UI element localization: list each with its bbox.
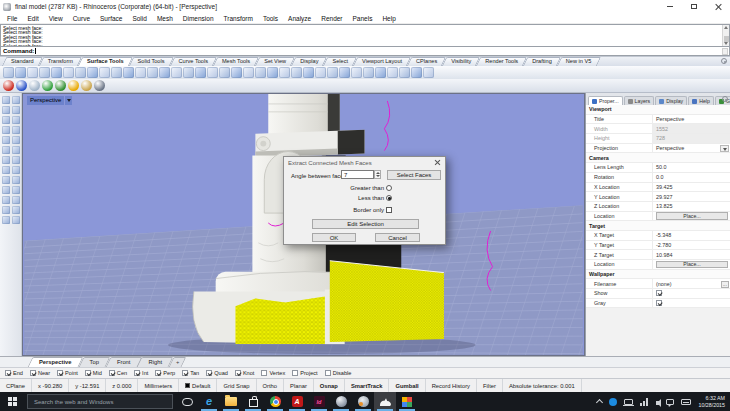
osnap-checkbox-int[interactable] (134, 370, 140, 376)
status-filter[interactable]: Filter (477, 379, 503, 392)
match-surface-edge-icon[interactable] (315, 67, 326, 78)
status-osnap[interactable]: Osnap (314, 379, 345, 392)
property-value-y-location[interactable]: 29.927 (652, 192, 730, 201)
toolbar-tab-standard[interactable]: Standard (4, 57, 41, 66)
status-millimeters[interactable]: Millimeters (138, 379, 179, 392)
viewport-tab-perspective[interactable]: Perspective (30, 357, 81, 367)
checkbox-gray[interactable] (656, 300, 662, 306)
toolbar-gear-icon[interactable] (721, 58, 727, 64)
move-icon[interactable] (12, 206, 20, 214)
variable-offset-surface-icon[interactable] (351, 67, 362, 78)
osnap-checkbox-end[interactable] (5, 370, 11, 376)
circle-icon[interactable] (2, 126, 10, 134)
join-icon[interactable] (12, 186, 20, 194)
smash-icon[interactable] (207, 67, 218, 78)
task-view-button[interactable] (176, 392, 198, 411)
property-value-lens-length[interactable]: 50.0 (652, 163, 730, 172)
panel-gear-icon[interactable] (722, 96, 728, 102)
detach-trim-icon[interactable] (387, 67, 398, 78)
command-line-spinner[interactable] (722, 48, 728, 55)
colorful-app-icon[interactable] (396, 392, 418, 411)
arc-icon[interactable] (12, 126, 20, 134)
volume-tray-icon[interactable] (656, 401, 659, 405)
refit-surface-icon[interactable] (243, 67, 254, 78)
osnap-quad[interactable]: Quad (206, 370, 228, 376)
select-pointer-icon[interactable] (2, 96, 10, 104)
toolbar-tab-display[interactable]: Display (293, 57, 325, 66)
menu-item-solid[interactable]: Solid (127, 13, 151, 24)
property-value-title[interactable]: Perspective (652, 115, 730, 124)
less-than-option[interactable]: Less than (314, 195, 392, 201)
osnap-checkbox-project[interactable] (292, 370, 298, 376)
toolbar-tab-render-tools[interactable]: Render Tools (478, 57, 525, 66)
osnap-checkbox-disable[interactable] (325, 370, 331, 376)
angle-input[interactable]: 7 (341, 170, 374, 179)
osnap-checkbox-knot[interactable] (235, 370, 241, 376)
acrobat-icon[interactable]: A (286, 392, 308, 411)
osnap-project[interactable]: Project (292, 370, 317, 376)
touch-keyboard-icon[interactable] (681, 399, 691, 405)
viewport-tab-top[interactable]: Top (81, 357, 108, 367)
search-input[interactable]: Search the web and Windows (27, 394, 173, 409)
rotate-icon[interactable] (12, 216, 20, 224)
taskbar-clock[interactable]: 6:32 AM 10/28/2015 (698, 395, 725, 408)
surface-from-3-points-icon[interactable] (123, 67, 134, 78)
menu-item-curve[interactable]: Curve (68, 13, 95, 24)
menu-item-view[interactable]: View (44, 13, 68, 24)
osnap-checkbox-point[interactable] (57, 370, 63, 376)
greater-than-option[interactable]: Greater than (314, 185, 392, 191)
merge-surface-icon[interactable] (171, 67, 182, 78)
surface-from-points-icon[interactable] (135, 67, 146, 78)
connect-surfaces-icon[interactable] (147, 67, 158, 78)
border-only-option[interactable]: Border only (314, 207, 392, 213)
less-than-radio[interactable] (386, 195, 392, 201)
scrollbar-thumb[interactable] (724, 36, 729, 42)
osnap-checkbox-tan[interactable] (182, 370, 188, 376)
display-tray-icon[interactable] (624, 399, 633, 405)
unroll-surface-icon[interactable] (195, 67, 206, 78)
osnap-point[interactable]: Point (57, 370, 78, 376)
property-value-rotation[interactable]: 0.0 (652, 173, 730, 182)
mesh-icon[interactable] (2, 186, 10, 194)
menu-item-panels[interactable]: Panels (348, 13, 378, 24)
menu-item-surface[interactable]: Surface (95, 13, 127, 24)
start-button[interactable] (0, 392, 24, 411)
tray-app-icon[interactable] (609, 398, 617, 406)
new-viewport-tab[interactable]: + (171, 357, 184, 367)
property-value-x-location[interactable]: 39.425 (652, 183, 730, 192)
adjustable-curve-blend-icon[interactable] (111, 67, 122, 78)
osnap-cen[interactable]: Cen (109, 370, 127, 376)
property-value-x-target[interactable]: -5.348 (652, 231, 730, 240)
osnap-end[interactable]: End (5, 370, 23, 376)
render-red-sphere-icon[interactable] (3, 80, 14, 91)
chrome-icon[interactable] (264, 392, 286, 411)
toolbar-tab-visibility[interactable]: Visibility (444, 57, 478, 66)
surface-edge-continuity-icon[interactable] (327, 67, 338, 78)
command-history-scrollbar[interactable] (722, 25, 729, 46)
property-value-y-target[interactable]: -2.780 (652, 241, 730, 250)
render-blue-sphere-icon[interactable] (16, 80, 27, 91)
minimize-button[interactable] (658, 0, 682, 13)
point-icon[interactable] (2, 106, 10, 114)
viewport-menu-arrow-icon[interactable] (65, 96, 72, 105)
status-record-history[interactable]: Record History (426, 379, 477, 392)
maximize-button[interactable] (682, 0, 706, 13)
menu-item-file[interactable]: File (2, 13, 22, 24)
menu-item-tools[interactable]: Tools (258, 13, 283, 24)
osnap-checkbox-mid[interactable] (85, 370, 91, 376)
blend-surface-icon[interactable] (63, 67, 74, 78)
osnap-checkbox-cen[interactable] (109, 370, 115, 376)
menu-item-help[interactable]: Help (377, 13, 400, 24)
surface-from-points-icon[interactable] (2, 156, 10, 164)
lasso-select-icon[interactable] (12, 96, 20, 104)
indesign-icon[interactable]: Id (308, 392, 330, 411)
explode-icon[interactable] (2, 196, 10, 204)
file-explorer-icon[interactable] (220, 392, 242, 411)
extrude-icon[interactable] (12, 166, 20, 174)
divide-surface-icon[interactable] (411, 67, 422, 78)
dialog-title-bar[interactable]: Extract Connected Mesh Faces (284, 157, 445, 168)
greater-than-radio[interactable] (386, 185, 392, 191)
dropdown-arrow-icon[interactable] (720, 145, 729, 153)
shrink-trimmed-surface-icon[interactable] (399, 67, 410, 78)
text-icon[interactable] (12, 146, 20, 154)
